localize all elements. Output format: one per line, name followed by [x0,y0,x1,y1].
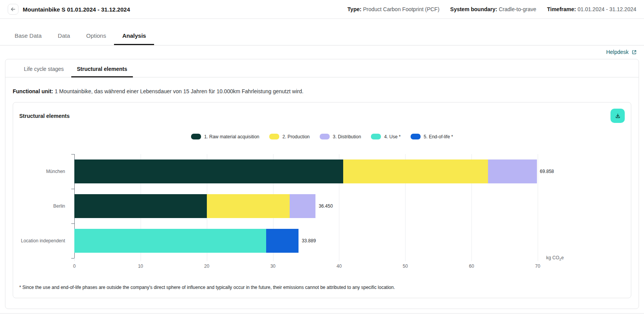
bar-total-label: 33.889 [302,223,316,258]
functional-unit-label: Functional unit: [13,88,53,94]
legend-item[interactable]: 4. Use * [371,134,401,139]
page-title: Mountainbike S 01.01.2024 - 31.12.2024 [23,6,130,13]
chart-footnote: * Since the use and end-of-life phases a… [19,285,625,290]
meta-type-value: Product Carbon Footprint (PCF) [363,6,439,12]
y-axis-tick [71,154,74,154]
x-tick-label: 40 [337,264,342,269]
meta-timeframe: Timeframe:01.01.2024 - 31.12.2024 [547,6,636,12]
y-axis-tick [71,258,74,259]
x-tick-row: 010203040506070 [74,264,538,270]
tab-analysis[interactable]: Analysis [114,32,154,45]
download-button[interactable] [610,109,625,123]
chart-card-header: Structural elements [19,109,625,123]
tab-data[interactable]: Data [50,32,78,45]
legend-swatch [411,134,421,139]
legend-swatch [269,134,279,139]
main-tabbar: Base Data Data Options Analysis [0,19,644,45]
functional-unit-text: 1 Mountainbike, das während einer Lebens… [55,88,304,94]
topbar-meta: Type:Product Carbon Footprint (PCF) Syst… [347,6,636,12]
legend-swatch [191,134,201,139]
chart-title: Structural elements [19,113,70,119]
bar-segment[interactable] [290,194,316,218]
bar-segment[interactable] [74,159,343,183]
functional-unit: Functional unit: 1 Mountainbike, das wäh… [13,88,631,94]
legend-swatch [371,134,381,139]
bar-segment[interactable] [207,194,290,218]
legend-label: 3. Distribution [333,134,361,139]
subtab-structural-elements[interactable]: Structural elements [71,66,133,77]
gridline [538,154,538,261]
x-axis-title-suffix: e [561,255,564,260]
helpdesk-label: Helpdesk [606,49,629,55]
analysis-card: Life cycle stages Structural elements Fu… [5,59,639,309]
bar-segment[interactable] [74,229,266,253]
chart: MünchenBerlinLocation independent 69.858… [19,154,625,272]
back-button[interactable] [8,4,18,15]
arrow-left-icon [10,6,16,12]
helpdesk-link[interactable]: Helpdesk [606,49,637,55]
x-tick-label: 60 [469,264,474,269]
y-axis-tick [71,223,74,224]
chart-card: Structural elements 1. Raw material acqu… [13,102,631,298]
meta-timeframe-label: Timeframe: [547,6,576,12]
stacked-bar [74,159,537,183]
x-axis-title-prefix: kg CO [546,255,559,260]
analysis-subtabs: Life cycle stages Structural elements [5,59,639,77]
legend-label: 2. Production [282,134,310,139]
category-label: München [46,154,65,189]
tab-base-data[interactable]: Base Data [7,32,50,45]
x-tick-label: 20 [204,264,209,269]
meta-type-label: Type: [347,6,361,12]
download-icon [614,112,621,119]
legend-item[interactable]: 1. Raw material acquisition [191,134,259,139]
topbar-left: Mountainbike S 01.01.2024 - 31.12.2024 [8,4,130,15]
meta-system-boundary: System boundary:Cradle-to-grave [450,6,536,12]
legend-swatch [320,134,330,139]
x-axis-title: kg CO2e [546,255,564,261]
meta-type: Type:Product Carbon Footprint (PCF) [347,6,439,12]
x-tick-label: 30 [270,264,275,269]
legend-item[interactable]: 2. Production [269,134,310,139]
x-tick-label: 50 [403,264,408,269]
bottom-divider [0,313,644,314]
category-label: Location independent [21,223,65,258]
bar-segment[interactable] [488,159,537,183]
legend-label: 1. Raw material acquisition [204,134,259,139]
chart-legend: 1. Raw material acquisition2. Production… [19,134,625,139]
tab-options[interactable]: Options [78,32,114,45]
x-tick-label: 0 [73,264,76,269]
category-label: Berlin [53,189,65,223]
legend-label: 5. End-of-life * [424,134,453,139]
plot-area: 69.85836.45033.889 [74,154,538,258]
stacked-bar [74,229,299,253]
bar-segment[interactable] [343,159,488,183]
meta-timeframe-value: 01.01.2024 - 31.12.2024 [577,6,636,12]
legend-label: 4. Use * [384,134,401,139]
x-tick-label: 10 [138,264,143,269]
category-labels: MünchenBerlinLocation independent [19,154,70,258]
bar-segment[interactable] [266,229,299,253]
stacked-bar [74,194,315,218]
legend-item[interactable]: 5. End-of-life * [411,134,453,139]
subtab-life-cycle-stages[interactable]: Life cycle stages [18,66,70,77]
y-axis-tick [71,189,74,189]
meta-system-boundary-value: Cradle-to-grave [499,6,536,12]
topbar: Mountainbike S 01.01.2024 - 31.12.2024 T… [0,0,644,19]
bar-segment[interactable] [74,194,207,218]
x-tick-label: 70 [535,264,540,269]
bar-total-label: 69.858 [540,154,554,189]
helpdesk-row: Helpdesk [0,45,644,57]
external-link-icon [631,49,637,55]
bar-total-label: 36.450 [319,189,333,223]
legend-item[interactable]: 3. Distribution [320,134,361,139]
meta-system-boundary-label: System boundary: [450,6,497,12]
